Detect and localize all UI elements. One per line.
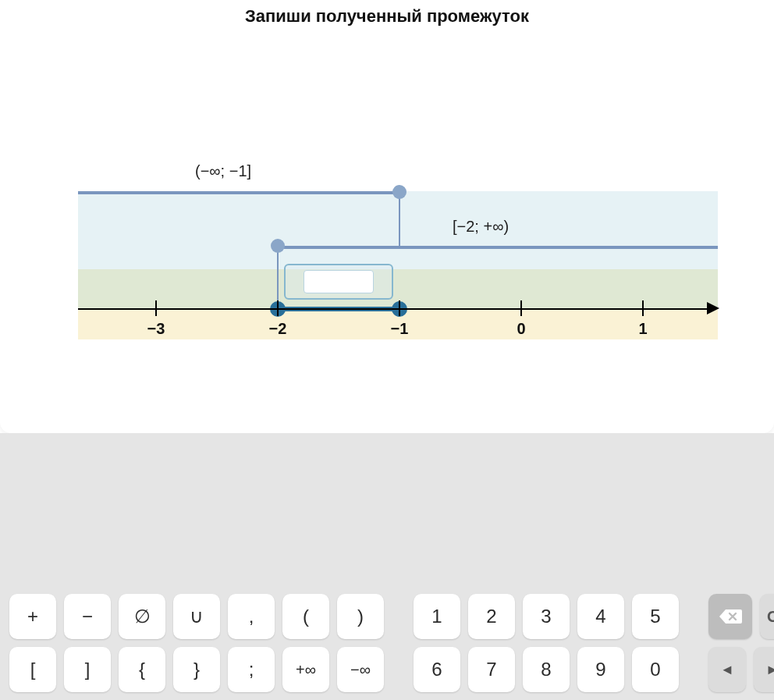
question-panel: Запиши полученный промежуток (−∞; −1] [−… — [0, 0, 774, 433]
keyboard-area: + − ∅ ∪ , ( ) 1 2 3 4 5 OK — [0, 433, 774, 700]
key-6[interactable]: 6 — [414, 647, 460, 692]
tick-label: −2 — [269, 320, 287, 338]
interval-a-line — [78, 191, 400, 194]
key-5[interactable]: 5 — [632, 594, 679, 639]
key-ok[interactable]: OK — [760, 594, 774, 639]
interval-b-connector — [277, 246, 279, 308]
tick-label: −1 — [391, 320, 409, 338]
key-comma[interactable]: , — [228, 594, 275, 639]
key-lbracket[interactable]: [ — [9, 647, 56, 692]
tick-label: 1 — [638, 320, 647, 338]
key-rbrace[interactable]: } — [173, 647, 220, 692]
backspace-icon — [719, 609, 742, 624]
key-3[interactable]: 3 — [523, 594, 570, 639]
interval-a-connector — [399, 191, 400, 246]
keyboard-row-1: + − ∅ ∪ , ( ) 1 2 3 4 5 OK — [9, 594, 765, 639]
axis-arrowhead-icon — [707, 302, 719, 314]
tick — [520, 300, 522, 316]
key-lparen[interactable]: ( — [282, 594, 329, 639]
number-line-axis — [78, 308, 713, 310]
key-7[interactable]: 7 — [468, 647, 515, 692]
key-gap — [687, 594, 701, 639]
question-title: Запиши полученный промежуток — [0, 6, 774, 27]
tick — [155, 300, 157, 316]
key-minus-infinity[interactable]: −∞ — [337, 647, 384, 692]
key-gap — [687, 647, 701, 692]
key-2[interactable]: 2 — [468, 594, 515, 639]
interval-a-endpoint-dot — [392, 185, 407, 199]
key-rbracket[interactable]: ] — [64, 647, 111, 692]
interval-b-label: [−2; +∞) — [453, 218, 509, 236]
key-gap — [392, 647, 406, 692]
tick — [642, 300, 644, 316]
key-9[interactable]: 9 — [577, 647, 624, 692]
keyboard-row-2: [ ] { } ; +∞ −∞ 6 7 8 9 0 ◄ ► — [9, 647, 765, 692]
key-minus[interactable]: − — [64, 594, 111, 639]
key-semicolon[interactable]: ; — [228, 647, 275, 692]
answer-input[interactable] — [304, 270, 374, 293]
tick-label: −3 — [147, 320, 165, 338]
key-1[interactable]: 1 — [414, 594, 460, 639]
tick — [399, 300, 400, 316]
tick — [277, 300, 279, 316]
interval-b-endpoint-dot — [271, 239, 285, 253]
key-arrow-right[interactable]: ► — [754, 647, 774, 692]
key-union[interactable]: ∪ — [173, 594, 220, 639]
key-plus-infinity[interactable]: +∞ — [282, 647, 329, 692]
key-0[interactable]: 0 — [632, 647, 679, 692]
key-4[interactable]: 4 — [577, 594, 624, 639]
tick-label: 0 — [517, 320, 525, 338]
key-rparen[interactable]: ) — [337, 594, 384, 639]
key-plus[interactable]: + — [9, 594, 56, 639]
key-8[interactable]: 8 — [523, 647, 570, 692]
key-backspace[interactable] — [708, 594, 752, 639]
on-screen-keyboard: + − ∅ ∪ , ( ) 1 2 3 4 5 OK — [0, 585, 774, 700]
key-gap — [392, 594, 406, 639]
interval-b-line — [278, 246, 718, 249]
key-empty-set[interactable]: ∅ — [119, 594, 165, 639]
answer-box — [284, 264, 393, 300]
interval-a-label: (−∞; −1] — [195, 162, 251, 180]
number-line-diagram: (−∞; −1] [−2; +∞) −3 −2 −1 0 1 — [78, 183, 718, 339]
key-arrow-left[interactable]: ◄ — [708, 647, 746, 692]
key-lbrace[interactable]: { — [119, 647, 165, 692]
